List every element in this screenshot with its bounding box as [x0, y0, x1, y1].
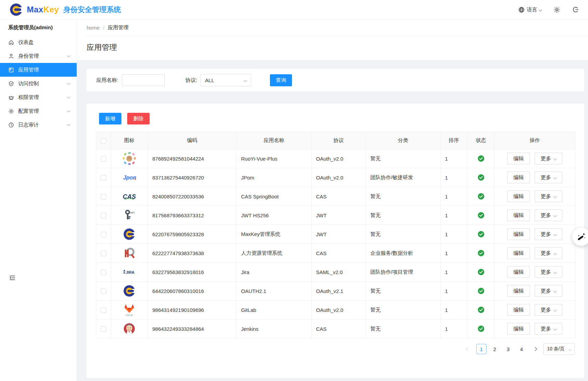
app-sort: 1 [445, 156, 448, 162]
status-enabled-icon [478, 231, 484, 238]
jira-app-icon: JIRA [122, 265, 136, 279]
status-enabled-icon [478, 325, 484, 332]
protocol-select[interactable]: ALL [200, 74, 251, 86]
page-button-4[interactable]: 4 [516, 344, 527, 354]
prev-page-button[interactable] [463, 344, 473, 354]
row-checkbox[interactable] [101, 251, 106, 256]
edit-button[interactable]: 编辑 [507, 153, 530, 164]
assistant-widget-button[interactable] [572, 228, 588, 246]
app-sort: 1 [445, 175, 448, 181]
row-checkbox[interactable] [101, 307, 106, 313]
sidebar-item-dashboard[interactable]: 仪表盘 [0, 35, 77, 49]
sidebar-item-label: 日志审计 [18, 122, 67, 128]
edit-button[interactable]: 编辑 [507, 247, 530, 259]
row-checkbox[interactable] [101, 175, 106, 181]
edit-button[interactable]: 编辑 [507, 228, 530, 240]
app-name: MaxKey管理系统 [241, 231, 280, 237]
pagination: 1234 10 条/页 [96, 343, 575, 355]
more-button[interactable]: 更多 [535, 153, 562, 164]
status-enabled-icon [478, 250, 484, 257]
chevron-down-icon [553, 327, 557, 330]
more-button[interactable]: 更多 [535, 172, 562, 183]
edit-button[interactable]: 编辑 [507, 323, 530, 335]
row-checkbox[interactable] [101, 289, 106, 294]
app-protocol: JWT [316, 231, 327, 237]
search-button[interactable]: 查询 [270, 74, 292, 86]
maxkey-app-icon [122, 284, 136, 298]
app-code: 622227747938373638 [152, 250, 204, 256]
breadcrumb-home-link[interactable]: home [87, 25, 100, 31]
menu-collapse-button[interactable] [9, 274, 16, 281]
chevron-down-icon [553, 270, 557, 274]
logout-button[interactable] [572, 6, 579, 13]
menu-fold-icon [9, 274, 16, 281]
edit-button[interactable]: 编辑 [507, 172, 530, 183]
app-code: 817568793663373312 [152, 213, 204, 218]
more-button[interactable]: 更多 [535, 285, 562, 297]
column-header-icon: 图标 [111, 132, 148, 149]
protocol-filter-label: 协议: [185, 77, 197, 84]
logout-icon [572, 6, 579, 13]
app-code: 824008507220033536 [152, 194, 204, 199]
edit-button[interactable]: 编辑 [507, 190, 530, 202]
language-selector[interactable]: 语言 [518, 7, 542, 13]
sidebar-item-permissions[interactable]: 权限管理 [0, 90, 77, 104]
app-name: CAS SpringBoot [241, 194, 279, 199]
edit-button[interactable]: 编辑 [507, 209, 530, 221]
app-code: 986432249333284864 [152, 326, 204, 332]
row-checkbox[interactable] [101, 326, 106, 332]
sidebar-item-access[interactable]: 访问控制 [0, 77, 77, 90]
page-size-select[interactable]: 10 条/页 [543, 343, 575, 355]
table-row: 622076759805923328 MaxKey管理系统 JWT 暂无 1 编… [96, 225, 575, 244]
gitlab-app-icon: GitLab [122, 303, 136, 317]
more-button[interactable]: 更多 [535, 247, 562, 259]
row-checkbox[interactable] [101, 270, 106, 275]
table-row: 622227747938373638 人力资源管理系统 CAS 企业服务/数据分… [96, 244, 575, 263]
page-button-1[interactable]: 1 [476, 344, 487, 354]
more-button[interactable]: 更多 [535, 190, 562, 202]
row-checkbox[interactable] [101, 213, 106, 218]
sidebar-item-config[interactable]: 配置管理 [0, 104, 77, 118]
more-button[interactable]: 更多 [535, 209, 562, 221]
row-checkbox[interactable] [101, 232, 106, 237]
more-button[interactable]: 更多 [535, 304, 562, 316]
delete-button[interactable]: 删除 [127, 113, 150, 124]
row-checkbox[interactable] [101, 194, 106, 199]
edit-button[interactable]: 编辑 [507, 304, 530, 316]
app-name: GitLab [241, 307, 256, 313]
page-title: 应用管理 [87, 42, 588, 53]
row-checkbox[interactable] [101, 156, 106, 162]
chevron-down-icon [67, 54, 70, 57]
app-name-input[interactable] [122, 74, 165, 86]
app-header: MaxKey 身份安全管理系统 语言 [0, 0, 588, 20]
app-code: 837136275440926720 [152, 175, 204, 181]
app-name: JWT HS256 [241, 213, 269, 218]
more-button[interactable]: 更多 [535, 266, 562, 278]
settings-button[interactable] [553, 6, 560, 13]
app-code: 622076759805923328 [152, 231, 204, 237]
next-page-button[interactable] [530, 344, 540, 354]
jenkins-app-icon [122, 322, 136, 336]
sidebar-item-apps[interactable]: 应用管理 [0, 63, 77, 77]
select-all-checkbox[interactable] [101, 138, 106, 144]
page-button-3[interactable]: 3 [503, 344, 513, 354]
sidebar-item-label: 权限管理 [18, 94, 67, 101]
app-category: 暂无 [370, 231, 381, 237]
breadcrumb-separator: / [103, 25, 105, 31]
app-protocol: CAS [316, 250, 327, 256]
edit-button[interactable]: 编辑 [507, 285, 530, 297]
maxkey-app-icon [122, 227, 136, 241]
magic-wand-icon [577, 232, 586, 241]
column-header-action: 操作 [494, 132, 575, 149]
add-button[interactable]: 新增 [99, 113, 121, 124]
chevron-down-icon [67, 95, 70, 99]
edit-button[interactable]: 编辑 [507, 266, 530, 278]
sidebar-item-audit[interactable]: 日志审计 [0, 118, 77, 132]
sidebar-item-identity[interactable]: 身份管理 [0, 49, 77, 63]
app-sort: 1 [445, 194, 448, 199]
column-header-code: 编码 [148, 132, 237, 149]
more-button[interactable]: 更多 [535, 323, 562, 335]
more-button[interactable]: 更多 [535, 228, 562, 240]
chevron-down-icon [67, 109, 70, 112]
page-button-2[interactable]: 2 [490, 344, 500, 354]
